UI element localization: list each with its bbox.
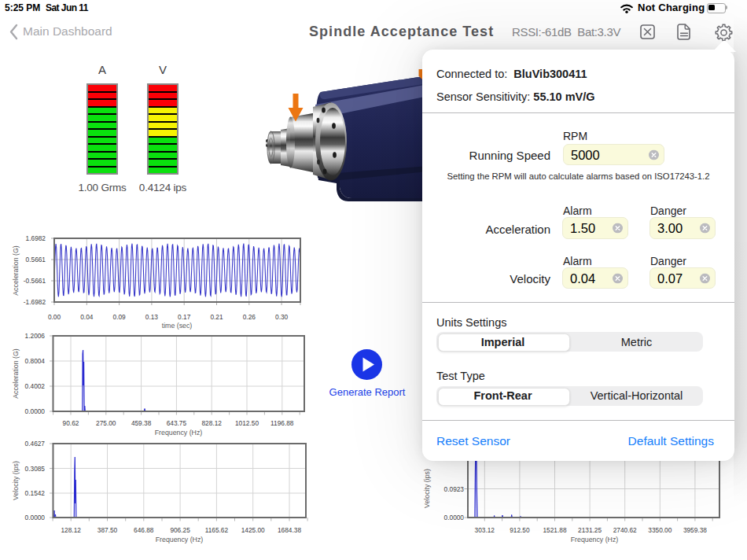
- svg-text:Velocity (ips): Velocity (ips): [423, 469, 431, 508]
- svg-text:303.12: 303.12: [475, 526, 495, 534]
- svg-text:128.12: 128.12: [61, 526, 82, 534]
- svg-text:0.4627: 0.4627: [25, 440, 46, 448]
- svg-text:0.30: 0.30: [275, 313, 289, 321]
- svg-text:Acceleration (G): Acceleration (G): [12, 348, 20, 399]
- svg-text:2131.25: 2131.25: [578, 526, 602, 534]
- svg-text:0.0000: 0.0000: [444, 514, 465, 521]
- svg-text:0.17: 0.17: [178, 313, 191, 321]
- svg-text:906.25: 906.25: [170, 526, 190, 534]
- svg-text:90.62: 90.62: [63, 419, 79, 427]
- svg-text:1425.00: 1425.00: [241, 526, 265, 534]
- svg-text:3350.00: 3350.00: [648, 526, 672, 534]
- svg-text:3959.38: 3959.38: [683, 526, 707, 534]
- svg-text:0.00: 0.00: [48, 313, 61, 321]
- svg-text:-1.6982: -1.6982: [24, 298, 46, 306]
- svg-text:1.2006: 1.2006: [25, 332, 46, 340]
- svg-text:Acceleration (G): Acceleration (G): [12, 245, 20, 296]
- svg-text:1012.50: 1012.50: [235, 419, 259, 427]
- svg-text:0.09: 0.09: [113, 313, 127, 321]
- svg-text:1521.88: 1521.88: [543, 526, 567, 534]
- svg-text:0.13: 0.13: [145, 313, 159, 321]
- svg-text:0.0923: 0.0923: [444, 485, 465, 493]
- svg-text:Velocity (ips): Velocity (ips): [12, 461, 20, 500]
- svg-text:0.4002: 0.4002: [25, 382, 46, 390]
- svg-text:0.0000: 0.0000: [25, 514, 46, 521]
- svg-text:646.88: 646.88: [134, 526, 154, 534]
- svg-text:0.5661: 0.5661: [26, 256, 46, 263]
- svg-text:275.00: 275.00: [96, 419, 116, 427]
- svg-text:0.0000: 0.0000: [25, 407, 46, 415]
- svg-text:0.04: 0.04: [80, 313, 94, 321]
- svg-text:828.12: 828.12: [202, 419, 223, 427]
- svg-text:1196.88: 1196.88: [270, 419, 294, 427]
- svg-text:1684.38: 1684.38: [278, 526, 301, 534]
- svg-text:643.75: 643.75: [167, 419, 187, 427]
- svg-text:-0.5661: -0.5661: [24, 277, 46, 285]
- svg-text:Frequency (Hz): Frequency (Hz): [571, 536, 619, 543]
- svg-text:0.21: 0.21: [210, 313, 223, 321]
- svg-text:459.38: 459.38: [131, 419, 152, 427]
- svg-text:time (sec): time (sec): [162, 322, 193, 330]
- svg-text:Frequency (Hz): Frequency (Hz): [156, 536, 204, 543]
- svg-text:Frequency (Hz): Frequency (Hz): [155, 429, 203, 437]
- svg-text:387.50: 387.50: [98, 526, 118, 534]
- svg-text:912.50: 912.50: [510, 526, 530, 534]
- svg-text:0.3085: 0.3085: [25, 465, 46, 473]
- svg-text:1.6982: 1.6982: [26, 234, 46, 242]
- svg-text:1165.62: 1165.62: [205, 526, 229, 534]
- svg-text:2740.62: 2740.62: [613, 526, 637, 534]
- svg-text:0.1542: 0.1542: [25, 489, 46, 497]
- svg-text:0.8004: 0.8004: [25, 357, 46, 365]
- svg-text:0.26: 0.26: [243, 313, 256, 321]
